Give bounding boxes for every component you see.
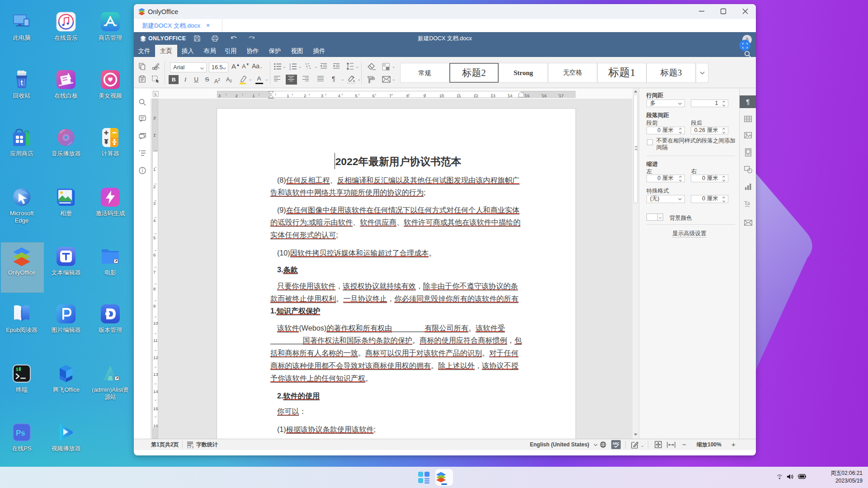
svg-text:Ta: Ta [744, 199, 750, 206]
svg-text:Ps: Ps [16, 429, 25, 437]
svg-text:1 2 3: 1 2 3 [187, 445, 194, 448]
svg-text:$: $ [16, 367, 19, 372]
svg-text:3: 3 [289, 68, 291, 70]
svg-text:i: i [307, 67, 307, 70]
